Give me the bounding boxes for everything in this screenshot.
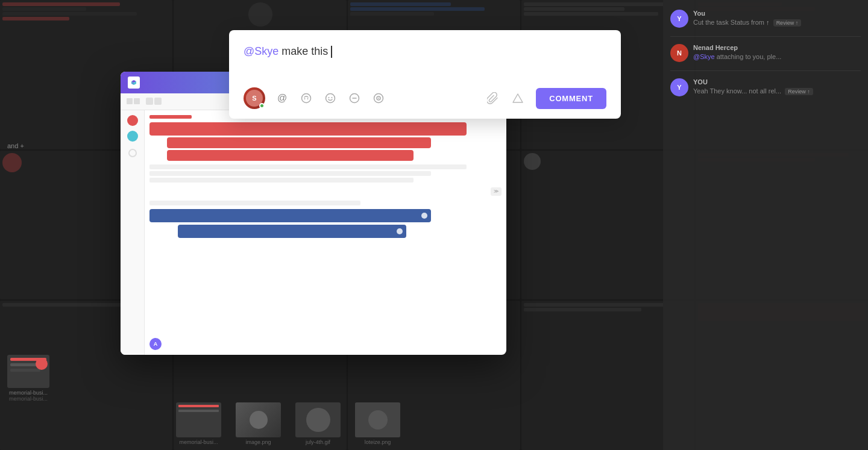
bottom-thumb-1-label: memorial-busi...: [179, 439, 218, 445]
comment-user-2: Nenad Hercep: [693, 44, 861, 51]
comment-text-1: Cut the task Status from ↑ Review ↑: [693, 18, 861, 27]
comment-entry-3: Y YOU Yeah They know... not all rel... R…: [670, 78, 861, 96]
svg-point-5: [332, 97, 333, 98]
gantt-dot-add[interactable]: [128, 149, 137, 157]
gantt-dot-teal: [127, 131, 138, 142]
comment-user-1: You: [693, 10, 861, 17]
bottom-thumb-item-3[interactable]: july-4th.gif: [295, 402, 341, 445]
target-button[interactable]: [368, 87, 389, 109]
comment-cursor: [331, 46, 332, 58]
bottom-thumb-3-label: july-4th.gif: [306, 439, 330, 445]
comment-avatar-1: Y: [670, 10, 688, 28]
right-comments-panel: Y You Cut the task Status from ↑ Review …: [663, 0, 868, 450]
gantt-bar-blue-2: [178, 225, 407, 238]
comment-text-2: @Skye attaching to you, ple...: [693, 52, 861, 61]
comment-user-3: YOU: [693, 78, 861, 86]
assign-button[interactable]: [295, 87, 317, 109]
bottom-thumb-4-label: loteize.png: [365, 439, 391, 445]
gantt-bottom-avatar: A: [149, 338, 162, 350]
divider-1: [670, 36, 861, 37]
gantt-dot-red: [127, 115, 138, 126]
svg-point-10: [378, 98, 379, 99]
bottom-thumb-item-1[interactable]: memorial-busi...: [176, 402, 221, 445]
comment-content-1: You Cut the task Status from ↑ Review ↑: [693, 10, 861, 27]
gantt-body: ≫ A: [121, 110, 506, 355]
gantt-dot-white-1: [421, 213, 427, 219]
commenter-avatar: S: [244, 87, 265, 109]
gantt-content: ≫ A: [145, 110, 506, 355]
attach-button[interactable]: [482, 87, 503, 109]
emoji-button[interactable]: [319, 87, 341, 109]
svg-point-4: [329, 97, 330, 98]
comment-text-3: Yeah They know... not all rel... Review …: [693, 87, 861, 96]
svg-point-2: [307, 98, 309, 99]
gantt-bar-blue-1: [149, 209, 431, 222]
comment-input-area[interactable]: @Skye make this: [244, 43, 606, 77]
comment-entry-2: N Nenad Hercep @Skye attaching to you, p…: [670, 44, 861, 62]
bottom-thumbs-row: memorial-busi... image.png july-4th.gif …: [169, 402, 657, 445]
comment-text: make this: [281, 45, 331, 57]
gantt-logo: [128, 77, 140, 89]
comment-popup: @Skye make this S @: [229, 30, 621, 119]
bottom-thumb-item-4[interactable]: loteize.png: [355, 402, 400, 445]
comment-entry-1: Y You Cut the task Status from ↑ Review …: [670, 10, 861, 28]
bottom-thumb-2-label: image.png: [245, 439, 271, 445]
drive-button[interactable]: [507, 87, 529, 109]
svg-point-3: [326, 94, 335, 103]
comment-submit-button[interactable]: COMMENT: [536, 88, 606, 109]
gantt-dot-white-2: [397, 228, 403, 234]
comment-content-2: Nenad Hercep @Skye attaching to you, ple…: [693, 44, 861, 61]
avatar-online-indicator: [259, 103, 265, 108]
comment-avatar-3: Y: [670, 78, 688, 96]
gantt-bar-red-2: [167, 137, 431, 148]
comment-avatar-2: N: [670, 44, 688, 62]
comment-mention: @Skye: [244, 45, 278, 57]
gantt-bar-red-1: [149, 122, 467, 136]
svg-point-0: [302, 94, 311, 103]
gantt-sidebar: [121, 110, 145, 355]
gantt-bar-red-3: [167, 150, 414, 161]
comment-toolbar: S @: [244, 87, 606, 109]
at-mention-button[interactable]: @: [271, 87, 293, 109]
svg-point-1: [304, 98, 306, 99]
main-content-area: 1: [0, 0, 663, 450]
bottom-thumb-item-2[interactable]: image.png: [236, 402, 281, 445]
comment-content-3: YOU Yeah They know... not all rel... Rev…: [693, 78, 861, 96]
divider-2: [670, 70, 861, 71]
edit-button[interactable]: [344, 87, 365, 109]
